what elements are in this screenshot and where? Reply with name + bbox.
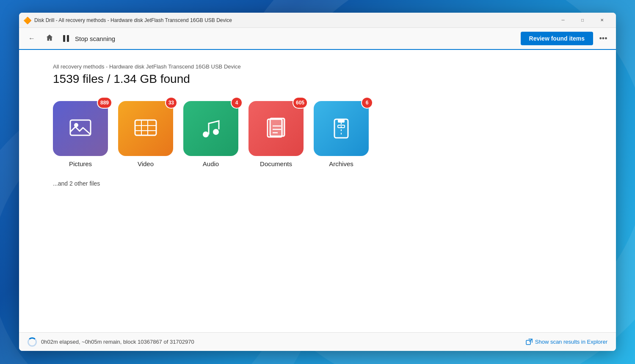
more-options-button[interactable]: ••• [596,31,611,46]
documents-icon-bg [248,101,304,156]
svg-rect-17 [338,119,345,123]
documents-icon-wrap: 605 [248,101,304,156]
external-link-icon [526,339,533,345]
svg-rect-4 [135,120,156,135]
scan-status-label: Stop scanning [75,35,518,42]
archives-card[interactable]: 6 Archives [314,101,369,167]
documents-card[interactable]: 605 Documents [248,101,304,167]
statusbar: 0h02m elapsed, ~0h05m remain, block 1036… [19,332,616,351]
audio-badge: 4 [231,97,243,109]
documents-badge: 605 [293,97,308,109]
archives-icon-bg [314,101,369,156]
pictures-badge: 889 [97,97,112,109]
svg-rect-12 [270,118,284,136]
show-in-explorer-link[interactable]: Show scan results in Explorer [526,339,607,345]
main-content: All recovery methods - Hardware disk Jet… [19,50,616,332]
app-window: 🔶 Disk Drill - All recovery methods - Ha… [19,13,616,351]
svg-rect-1 [67,35,69,42]
pictures-icon-bg [53,101,108,156]
maximize-button[interactable]: □ [573,13,592,28]
back-icon: ← [28,35,35,42]
video-icon-bg [118,101,173,156]
documents-label: Documents [260,160,292,167]
more-icon: ••• [599,34,607,43]
app-icon: 🔶 [23,16,31,24]
archives-badge: 6 [361,97,373,109]
review-found-items-button[interactable]: Review found items [521,32,593,45]
pictures-icon-wrap: 889 [53,101,108,156]
pictures-label: Pictures [69,160,92,167]
video-badge: 33 [165,97,177,109]
svg-point-9 [203,131,209,137]
scan-subtitle: All recovery methods - Hardware disk Jet… [53,63,582,70]
audio-icon-bg [183,101,238,156]
scanning-spinner [28,337,37,347]
minimize-button[interactable]: ─ [553,13,573,28]
close-button[interactable]: ✕ [592,13,612,28]
svg-rect-0 [63,35,65,42]
video-card[interactable]: 33 Video [118,101,173,167]
audio-card[interactable]: 4 Audio [183,101,238,167]
status-text: 0h02m elapsed, ~0h05m remain, block 1036… [41,339,526,345]
home-icon [46,34,53,43]
archives-label: Archives [329,160,353,167]
toolbar: ← Stop scanning Review found items ••• [19,28,616,50]
back-button[interactable]: ← [24,31,39,46]
svg-point-10 [213,129,219,135]
files-found-heading: 1539 files / 1.34 GB found [53,72,582,86]
video-icon-wrap: 33 [118,101,173,156]
pause-button[interactable] [60,32,72,45]
window-controls: ─ □ ✕ [553,13,612,28]
audio-label: Audio [203,160,219,167]
window-title: Disk Drill - All recovery methods - Hard… [34,17,553,23]
titlebar: 🔶 Disk Drill - All recovery methods - Ha… [19,13,616,28]
other-files-text: ...and 2 other files [53,180,582,187]
audio-icon-wrap: 4 [183,101,238,156]
file-types-container: 889 Pictures [53,101,582,167]
home-button[interactable] [42,31,57,46]
show-explorer-label: Show scan results in Explorer [535,339,607,345]
video-label: Video [138,160,154,167]
svg-rect-2 [70,120,91,135]
pictures-card[interactable]: 889 Pictures [53,101,108,167]
archives-icon-wrap: 6 [314,101,369,156]
